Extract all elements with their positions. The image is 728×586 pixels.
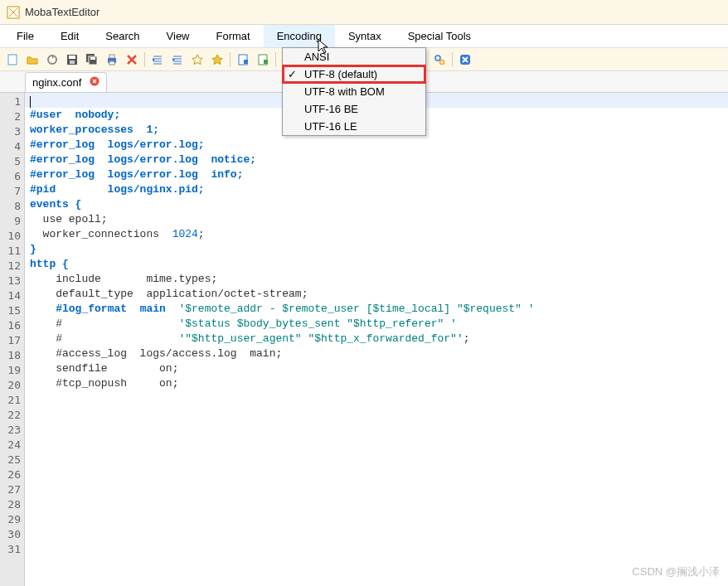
encoding-option-utf16-be[interactable]: UTF-16 BE: [283, 100, 425, 118]
open-folder-icon[interactable]: [23, 51, 41, 69]
line-number-gutter: 1234567891011121314151617181920212223242…: [0, 93, 25, 586]
print-icon[interactable]: [103, 51, 121, 69]
menu-format[interactable]: Format: [203, 25, 264, 47]
menu-syntax[interactable]: Syntax: [335, 25, 395, 47]
menu-view[interactable]: View: [153, 25, 203, 47]
close-all-icon[interactable]: [456, 51, 474, 69]
svg-rect-13: [244, 60, 248, 64]
separator: [275, 52, 276, 67]
svg-point-26: [440, 60, 444, 64]
tab-filename: nginx.conf: [32, 76, 81, 89]
window-title: MobaTextEditor: [25, 6, 99, 18]
svg-rect-10: [109, 55, 114, 58]
svg-rect-11: [109, 61, 114, 65]
encoding-option-utf16-le[interactable]: UTF-16 LE: [283, 118, 425, 135]
code-content[interactable]: #user nobody;worker_processes 1;#error_l…: [25, 93, 728, 586]
outdent-icon[interactable]: [148, 51, 167, 69]
menu-search[interactable]: Search: [92, 25, 153, 47]
svg-rect-15: [264, 60, 268, 64]
doc-green-icon[interactable]: [254, 51, 272, 69]
menu-bar: File Edit Search View Format Encoding Sy…: [0, 25, 728, 48]
menu-edit[interactable]: Edit: [47, 25, 92, 47]
encoding-option-utf8-bom[interactable]: UTF-8 with BOM: [283, 83, 425, 100]
separator: [452, 52, 453, 67]
editor-area: 1234567891011121314151617181920212223242…: [0, 93, 728, 586]
close-icon[interactable]: [123, 51, 141, 69]
menu-encoding[interactable]: Encoding: [264, 25, 335, 47]
svg-rect-4: [69, 56, 75, 59]
svg-rect-8: [90, 57, 95, 60]
encoding-dropdown: ANSI ✓ UTF-8 (default) UTF-8 with BOM UT…: [282, 47, 426, 136]
menu-special-tools[interactable]: Special Tools: [395, 25, 484, 47]
star-filled-icon[interactable]: [208, 51, 226, 69]
doc-blue-icon[interactable]: [234, 51, 252, 69]
separator: [144, 52, 145, 67]
indent-icon[interactable]: [168, 51, 187, 69]
settings-icon[interactable]: [430, 51, 449, 69]
menu-file[interactable]: File: [3, 25, 47, 47]
star-outline-icon[interactable]: [188, 51, 206, 69]
watermark-text: CSDN @搁浅小泽: [632, 564, 720, 579]
svg-rect-5: [70, 61, 75, 64]
app-icon: [7, 6, 20, 19]
file-tab[interactable]: nginx.conf: [25, 72, 107, 92]
svg-point-25: [435, 56, 440, 61]
checkmark-icon: ✓: [288, 68, 297, 80]
separator: [230, 52, 231, 67]
encoding-option-ansi[interactable]: ANSI: [283, 48, 425, 65]
title-bar: MobaTextEditor: [0, 0, 728, 25]
svg-rect-1: [8, 55, 17, 65]
new-file-icon[interactable]: [3, 51, 22, 69]
reload-icon[interactable]: [43, 51, 61, 69]
save-all-icon[interactable]: [83, 51, 101, 69]
tab-close-icon[interactable]: [90, 76, 99, 89]
encoding-option-utf8[interactable]: ✓ UTF-8 (default): [283, 65, 425, 83]
save-icon[interactable]: [63, 51, 81, 69]
